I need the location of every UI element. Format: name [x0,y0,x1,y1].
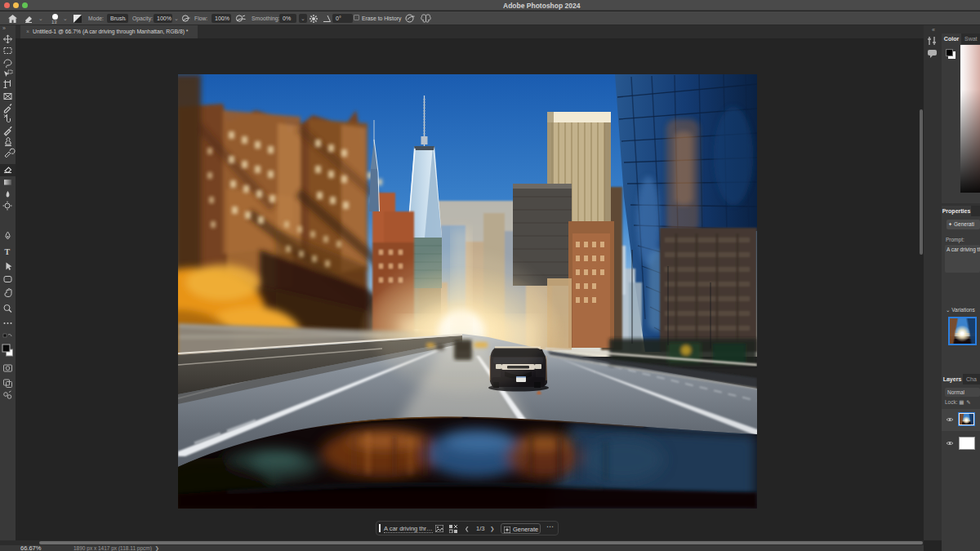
svg-text:T: T [5,247,11,256]
svg-text:»: » [2,25,6,31]
